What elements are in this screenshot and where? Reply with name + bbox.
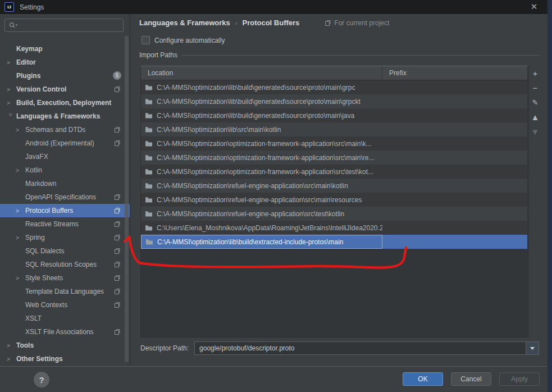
- sidebar-item-style-sheets[interactable]: Style Sheets: [0, 271, 130, 285]
- sidebar-item-build-execution-deployment[interactable]: Build, Execution, Deployment: [0, 96, 130, 110]
- location-cell[interactable]: C:\A-MMSI\optimization\lib\build\generat…: [141, 108, 382, 122]
- move-up-icon[interactable]: ▲: [529, 110, 541, 124]
- chevron-icon[interactable]: [7, 86, 14, 93]
- current-project-icon: [114, 207, 121, 214]
- chevron-icon[interactable]: [7, 113, 13, 120]
- sidebar-item-plugins[interactable]: Plugins 5: [0, 69, 130, 83]
- location-cell[interactable]: C:\A-MMSI\optimization\refuel-engine-app…: [141, 193, 382, 207]
- help-button[interactable]: ?: [34, 372, 49, 388]
- import-path-row[interactable]: C:\A-MMSI\optimization\refuel-engine-app…: [141, 179, 527, 193]
- sidebar-item-label: Android (Experimental): [25, 139, 94, 147]
- sidebar-item-schemas-and-dtds[interactable]: Schemas and DTDs: [0, 123, 130, 136]
- sidebar-item-languages-frameworks[interactable]: Languages & Frameworks: [0, 110, 130, 123]
- settings-search-box[interactable]: [4, 19, 124, 32]
- sidebar-item-protocol-buffers[interactable]: Protocol Buffers: [0, 204, 130, 217]
- descriptor-path-value[interactable]: google/protobuf/descriptor.proto: [195, 344, 526, 352]
- scope-indicator: For current project: [325, 19, 389, 27]
- location-cell[interactable]: C:\A-MMSI\optimization\lib\build\extract…: [141, 235, 382, 249]
- chevron-icon[interactable]: [7, 343, 14, 349]
- current-project-icon: [325, 20, 331, 26]
- add-icon[interactable]: +: [529, 66, 541, 80]
- location-cell[interactable]: C:\A-MMSI\optimization\refuel-engine-app…: [141, 207, 382, 221]
- sidebar-item-keymap[interactable]: Keymap: [0, 42, 130, 56]
- sidebar-item-web-contexts[interactable]: Web Contexts: [0, 298, 130, 312]
- sidebar-item-label: Protocol Buffers: [25, 207, 73, 215]
- current-project-icon: [114, 248, 121, 254]
- location-cell[interactable]: C:\A-MMSI\optimization\optimization-fram…: [141, 165, 382, 179]
- close-icon[interactable]: ✕: [529, 2, 539, 12]
- sidebar-item-other-settings[interactable]: Other Settings: [0, 352, 130, 366]
- import-path-row[interactable]: C:\A-MMSI\optimization\optimization-fram…: [141, 151, 527, 165]
- remove-icon[interactable]: −: [529, 80, 541, 95]
- import-paths-section: Import Paths: [139, 51, 541, 59]
- import-path-row[interactable]: C:\A-MMSI\optimization\refuel-engine-app…: [141, 193, 527, 207]
- descriptor-path-row: Descriptor Path: google/protobuf/descrip…: [140, 341, 539, 355]
- chevron-icon[interactable]: [16, 167, 23, 174]
- import-path-row[interactable]: C:\A-MMSI\optimization\refuel-engine-app…: [141, 207, 527, 221]
- chevron-icon[interactable]: [16, 235, 23, 241]
- chevron-icon[interactable]: [16, 208, 23, 214]
- ok-button[interactable]: OK: [403, 372, 443, 386]
- folder-icon: [145, 126, 153, 133]
- configure-automatically-checkbox[interactable]: [142, 36, 150, 44]
- chevron-icon[interactable]: [16, 275, 23, 281]
- table-toolbar: +−✎▲▼: [528, 66, 541, 338]
- chevron-icon[interactable]: [7, 356, 14, 362]
- import-path-row[interactable]: C:\A-MMSI\optimization\optimization-fram…: [141, 165, 527, 179]
- location-cell[interactable]: C:\A-MMSI\optimization\refuel-engine-app…: [141, 179, 382, 193]
- location-cell[interactable]: C:\A-MMSI\optimization\lib\build\generat…: [141, 80, 382, 94]
- combobox-dropdown-button[interactable]: [526, 342, 539, 354]
- sidebar-item-xslt[interactable]: XSLT: [0, 312, 130, 325]
- sidebar-item-template-data-languages[interactable]: Template Data Languages: [0, 285, 130, 298]
- sidebar-item-reactive-streams[interactable]: Reactive Streams: [0, 217, 130, 231]
- import-path-row[interactable]: C:\A-MMSI\optimization\lib\build\extract…: [141, 235, 527, 249]
- import-path-row[interactable]: C:\A-MMSI\optimization\optimization-fram…: [141, 136, 527, 151]
- sidebar-item-markdown[interactable]: Markdown: [0, 177, 130, 190]
- chevron-icon[interactable]: [7, 100, 14, 106]
- search-input[interactable]: [20, 21, 123, 30]
- chevron-icon[interactable]: [16, 127, 23, 133]
- sidebar-item-spring[interactable]: Spring: [0, 231, 130, 244]
- sidebar-item-kotlin[interactable]: Kotlin: [0, 163, 130, 177]
- sidebar-item-label: Schemas and DTDs: [25, 126, 85, 134]
- cancel-button[interactable]: Cancel: [451, 372, 491, 386]
- import-path-row[interactable]: C:\A-MMSI\optimization\lib\build\generat…: [141, 80, 527, 94]
- sidebar-item-android-experimental[interactable]: Android (Experimental): [0, 136, 130, 150]
- sidebar-item-label: SQL Dialects: [25, 247, 65, 255]
- import-path-row[interactable]: C:\A-MMSI\optimization\lib\build\generat…: [141, 94, 527, 108]
- location-cell[interactable]: C:\Users\Elena_Moshnikova\AppData\Roamin…: [141, 221, 382, 235]
- edit-icon[interactable]: ✎: [529, 95, 541, 110]
- breadcrumb-protocol-buffers[interactable]: Protocol Buffers: [243, 19, 300, 27]
- folder-icon: [145, 112, 153, 119]
- import-path-row[interactable]: C:\A-MMSI\optimization\lib\build\generat…: [141, 108, 527, 122]
- sidebar-item-openapi-specifications[interactable]: OpenAPI Specifications: [0, 190, 130, 204]
- search-icon[interactable]: [9, 22, 18, 29]
- sidebar-item-javafx[interactable]: JavaFX: [0, 150, 130, 163]
- descriptor-path-combobox[interactable]: google/protobuf/descriptor.proto: [194, 341, 539, 355]
- chevron-icon[interactable]: [7, 60, 14, 66]
- import-path-row[interactable]: C:\A-MMSI\optimization\lib\src\main\kotl…: [141, 122, 527, 136]
- sidebar-item-xslt-file-associations[interactable]: XSLT File Associations: [0, 325, 130, 339]
- sidebar-item-editor[interactable]: Editor: [0, 56, 130, 69]
- location-cell[interactable]: C:\A-MMSI\optimization\lib\build\generat…: [141, 94, 382, 108]
- settings-dialog: IJ Settings ✕ Keymap Editor Plugins 5 Ve…: [0, 0, 552, 392]
- configure-automatically-label[interactable]: Configure automatically: [154, 37, 225, 44]
- folder-icon: [145, 154, 153, 161]
- sidebar-item-label: Plugins: [16, 72, 40, 80]
- sidebar-item-tools[interactable]: Tools: [0, 339, 130, 352]
- sidebar-item-sql-resolution-scopes[interactable]: SQL Resolution Scopes: [0, 258, 130, 271]
- location-cell[interactable]: C:\A-MMSI\optimization\optimization-fram…: [141, 151, 382, 165]
- sidebar-item-version-control[interactable]: Version Control: [0, 83, 130, 96]
- sidebar-item-label: Web Contexts: [25, 301, 67, 309]
- location-text: C:\A-MMSI\optimization\optimization-fram…: [157, 154, 374, 162]
- location-cell[interactable]: C:\A-MMSI\optimization\lib\src\main\kotl…: [141, 122, 382, 136]
- breadcrumb-languages-frameworks[interactable]: Languages & Frameworks: [139, 19, 230, 27]
- sidebar-item-label: SQL Resolution Scopes: [25, 261, 97, 268]
- sidebar-item-sql-dialects[interactable]: SQL Dialects: [0, 244, 130, 258]
- dialog-buttons: OK Cancel Apply: [403, 372, 540, 386]
- import-path-row[interactable]: C:\Users\Elena_Moshnikova\AppData\Roamin…: [141, 221, 527, 235]
- location-text: C:\Users\Elena_Moshnikova\AppData\Roamin…: [157, 224, 382, 232]
- sidebar-item-label: Kotlin: [25, 166, 42, 174]
- sidebar-scrollbar[interactable]: [125, 36, 129, 362]
- location-cell[interactable]: C:\A-MMSI\optimization\optimization-fram…: [141, 136, 382, 151]
